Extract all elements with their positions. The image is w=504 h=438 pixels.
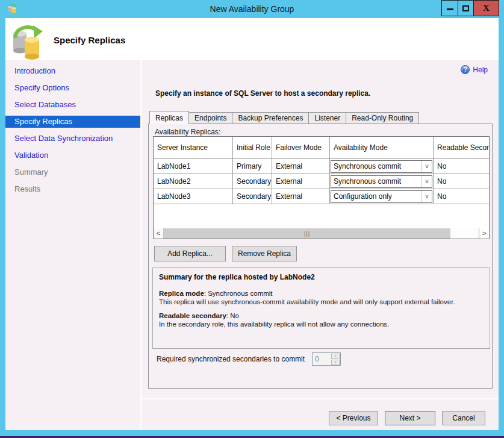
window-border-left (0, 18, 5, 436)
column-header-availability-mode: Availability Mode (330, 137, 434, 159)
sidebar-item-validation[interactable]: Validation (5, 149, 140, 161)
instruction-text: Specify an instance of SQL Server to hos… (155, 89, 370, 98)
chevron-down-icon: ˅ (422, 176, 432, 187)
scroll-left-icon[interactable]: < (154, 228, 164, 239)
scrollbar-track[interactable] (450, 228, 479, 239)
availability-mode-dropdown[interactable]: Synchronous commit ˅ (331, 160, 432, 173)
tab-listener[interactable]: Listener (308, 112, 346, 124)
replica-databases-icon (10, 23, 44, 60)
previous-button[interactable]: < Previous (329, 411, 378, 425)
wizard-header: Specify Replicas (5, 18, 499, 60)
dropdown-value: Configuration only (331, 192, 422, 201)
spinner-value: 0 (313, 353, 331, 365)
tab-strip: Replicas Endpoints Backup Preferences Li… (149, 111, 418, 124)
sidebar-item-introduction[interactable]: Introduction (5, 65, 140, 77)
tab-read-only-routing[interactable]: Read-Only Routing (346, 112, 419, 124)
dialog-body: Introduction Specify Options Select Data… (5, 60, 499, 430)
cell-server-instance[interactable]: LabNode3 (154, 189, 233, 204)
cell-failover-mode[interactable]: External (272, 174, 330, 189)
cell-server-instance[interactable]: LabNode1 (154, 159, 233, 174)
readable-secondary-label: Readable secondary (159, 312, 226, 319)
grid-columns-viewport: Server Instance Initial Role Failover Mo… (154, 137, 490, 204)
next-button[interactable]: Next > (385, 411, 435, 425)
required-secondaries-label: Required synchronized secondaries to com… (157, 355, 305, 363)
replica-mode-value: : Synchronous commit (204, 290, 273, 297)
cell-failover-mode[interactable]: External (272, 159, 330, 174)
spinner-down-icon: ˅ (331, 360, 340, 365)
close-button[interactable]: X (473, 1, 499, 16)
cell-initial-role[interactable]: Secondary (233, 174, 272, 189)
sidebar-item-results: Results (5, 183, 140, 195)
availability-replicas-label: Availability Replicas: (155, 128, 220, 136)
close-icon: X (483, 3, 490, 13)
page-title: Specify Replicas (54, 35, 125, 45)
cell-readable-secondary[interactable]: No (434, 159, 490, 174)
cancel-button[interactable]: Cancel (442, 411, 485, 425)
add-replica-button[interactable]: Add Replica... (154, 246, 226, 261)
required-secondaries-row: Required synchronized secondaries to com… (157, 352, 341, 366)
readable-secondary-line: Readable secondary: No (159, 311, 484, 320)
availability-mode-dropdown[interactable]: Configuration only ˅ (331, 190, 432, 203)
window-border-right (499, 18, 504, 436)
cell-initial-role[interactable]: Secondary (233, 189, 272, 204)
required-secondaries-spinner: 0 ˄ ˅ (312, 352, 341, 366)
cell-server-instance[interactable]: LabNode2 (154, 174, 233, 189)
table-row: LabNode3 Secondary External Configuratio… (154, 189, 490, 204)
cell-readable-secondary[interactable]: No (434, 189, 490, 204)
maximize-icon (462, 5, 469, 11)
dropdown-value: Synchronous commit (331, 177, 422, 186)
replicas-tab-page: Availability Replicas: Server Instance I… (148, 124, 493, 389)
replica-summary-box: Summary for the replica hosted by LabNod… (152, 267, 490, 349)
cell-initial-role[interactable]: Primary (233, 159, 272, 174)
cell-availability-mode: Synchronous commit ˅ (330, 159, 434, 174)
sidebar-item-specify-options[interactable]: Specify Options (5, 82, 140, 94)
help-label: Help (473, 66, 488, 74)
desktop: New Availability Group X (0, 0, 504, 438)
sidebar-item-select-data-synchronization[interactable]: Select Data Synchronization (5, 133, 140, 145)
readable-secondary-value: : No (226, 312, 239, 319)
horizontal-scrollbar: < ||| > (154, 228, 489, 239)
maximize-button[interactable] (458, 1, 473, 16)
chevron-down-icon: ˅ (422, 191, 432, 202)
table-row: LabNode2 Secondary External Synchronous … (154, 174, 490, 189)
summary-spacer (159, 306, 484, 311)
readable-secondary-description: In the secondary role, this availability… (159, 320, 484, 328)
cell-failover-mode[interactable]: External (272, 189, 330, 204)
window-border-bottom (0, 430, 504, 436)
replica-mode-line: Replica mode: Synchronous commit (159, 289, 484, 298)
sidebar-item-summary: Summary (5, 166, 140, 178)
grid-header-row: Server Instance Initial Role Failover Mo… (154, 137, 490, 159)
scroll-right-icon[interactable]: > (479, 228, 489, 239)
column-header-server-instance: Server Instance (154, 137, 233, 159)
replica-mode-label: Replica mode (159, 290, 204, 297)
sidebar-item-select-databases[interactable]: Select Databases (5, 99, 140, 111)
availability-mode-dropdown[interactable]: Synchronous commit ˅ (331, 175, 432, 188)
tab-replicas[interactable]: Replicas (149, 111, 189, 124)
cell-readable-secondary[interactable]: No (434, 174, 490, 189)
wizard-steps-sidebar: Introduction Specify Options Select Data… (5, 60, 140, 430)
title-bar: New Availability Group X (0, 0, 504, 18)
help-icon: ? (461, 65, 470, 74)
availability-replicas-grid: Server Instance Initial Role Failover Mo… (153, 136, 490, 239)
summary-title: Summary for the replica hosted by LabNod… (159, 273, 484, 281)
column-header-readable-secondary: Readable Secondary (434, 137, 490, 159)
scrollbar-thumb[interactable]: ||| (164, 228, 450, 239)
minimize-icon (447, 8, 453, 10)
remove-replica-button[interactable]: Remove Replica (232, 246, 297, 261)
column-header-failover-mode: Failover Mode (272, 137, 330, 159)
dropdown-value: Synchronous commit (331, 162, 422, 171)
help-link[interactable]: ? Help (461, 65, 488, 74)
window-title: New Availability Group (0, 0, 504, 18)
tab-backup-preferences[interactable]: Backup Preferences (232, 112, 309, 124)
wizard-dialog: Specify Replicas Introduction Specify Op… (5, 18, 499, 430)
sidebar-item-specify-replicas[interactable]: Specify Replicas (5, 116, 140, 128)
footer-separator (142, 398, 499, 399)
main-pane: ? Help Specify an instance of SQL Server… (142, 60, 499, 430)
column-header-initial-role: Initial Role (233, 137, 272, 159)
grid-rows: LabNode1 Primary External Synchronous co… (154, 159, 490, 204)
chevron-down-icon: ˅ (422, 161, 432, 172)
cell-availability-mode: Configuration only ˅ (330, 189, 434, 204)
tab-endpoints[interactable]: Endpoints (188, 112, 232, 124)
minimize-button[interactable] (442, 1, 458, 16)
replica-mode-description: This replica will use synchronous-commit… (159, 298, 484, 306)
